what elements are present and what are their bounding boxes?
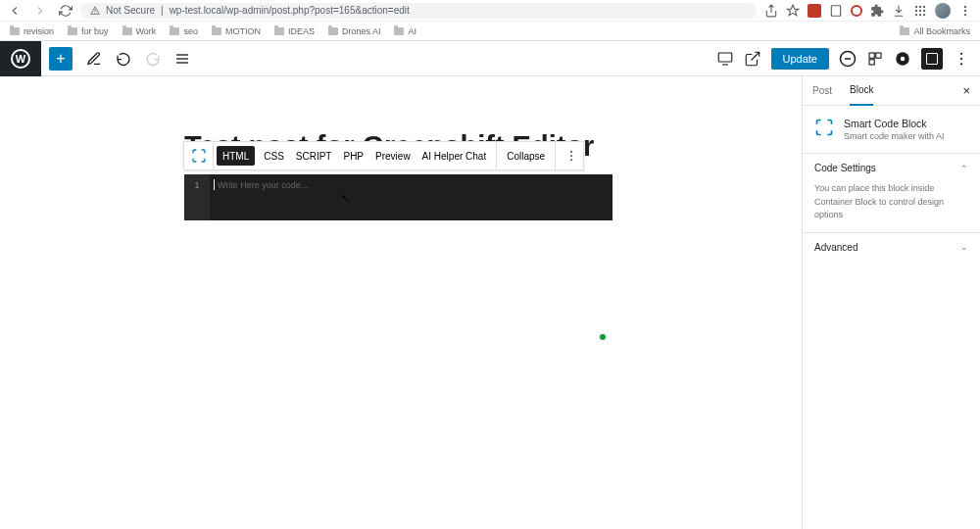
share-icon[interactable] xyxy=(764,4,778,18)
folder-icon xyxy=(170,27,179,35)
chevron-down-icon: ⌄ xyxy=(960,242,968,252)
bookmark-label: All Bookmarks xyxy=(913,26,970,36)
block-toolbar: HTML CSS SCRIPT PHP Preview AI Helper Ch… xyxy=(183,141,584,170)
folder-icon xyxy=(274,27,284,35)
tab-preview[interactable]: Preview xyxy=(369,141,416,170)
puzzle-icon[interactable] xyxy=(870,4,884,18)
url-text: wp-test.local/wp-admin/post.php?post=165… xyxy=(170,5,410,16)
editor-canvas[interactable]: Test post for Greenshift Editor HTML CSS… xyxy=(0,76,802,529)
svg-point-3 xyxy=(923,5,925,7)
svg-point-28 xyxy=(570,159,572,161)
back-icon[interactable] xyxy=(8,4,22,18)
block-type-icon[interactable] xyxy=(184,141,214,170)
add-block-button[interactable]: + xyxy=(49,47,73,71)
tab-html[interactable]: HTML xyxy=(217,146,255,166)
ext-page-icon[interactable] xyxy=(829,4,843,18)
svg-rect-16 xyxy=(718,53,732,62)
svg-rect-0 xyxy=(831,5,840,16)
bookmark-item[interactable]: seo xyxy=(170,26,198,36)
svg-point-25 xyxy=(960,63,962,65)
bookmark-item[interactable]: MOTION xyxy=(212,26,261,36)
toolbar-tools xyxy=(86,51,190,67)
section-toggle-code-settings[interactable]: Code Settings ⌃ xyxy=(803,154,980,182)
text-cursor xyxy=(214,179,215,190)
edit-icon[interactable] xyxy=(86,51,102,67)
apps-icon[interactable] xyxy=(913,4,927,18)
code-input[interactable]: Write Here your code... xyxy=(210,174,612,220)
redo-icon[interactable] xyxy=(145,51,161,67)
styles-icon[interactable] xyxy=(866,50,884,68)
folder-icon xyxy=(900,27,909,35)
bookmark-label: IDEAS xyxy=(288,26,315,36)
svg-point-2 xyxy=(919,5,921,7)
reload-icon[interactable] xyxy=(59,4,73,18)
tab-post[interactable]: Post xyxy=(812,76,832,106)
bookmark-item[interactable]: Work xyxy=(122,26,157,36)
svg-point-27 xyxy=(570,155,572,157)
list-view-icon[interactable] xyxy=(174,51,190,67)
toolbar-divider xyxy=(496,141,497,170)
tab-php[interactable]: PHP xyxy=(337,141,369,170)
url-bar[interactable]: Not Secure | wp-test.local/wp-admin/post… xyxy=(80,3,757,19)
svg-point-6 xyxy=(923,9,925,11)
ext-opera-icon[interactable] xyxy=(851,5,862,17)
code-placeholder: Write Here your code... xyxy=(218,180,308,190)
avatar[interactable] xyxy=(935,3,951,19)
section-body: You can place this block inside Containe… xyxy=(803,182,980,232)
warning-icon xyxy=(90,6,100,16)
tab-ai-helper[interactable]: AI Helper Chat xyxy=(416,141,493,170)
desktop-view-icon[interactable] xyxy=(716,50,734,68)
collapse-button[interactable]: Collapse xyxy=(501,141,551,170)
circle-icon[interactable] xyxy=(894,50,911,68)
toolbar-right: Update xyxy=(716,48,980,70)
download-icon[interactable] xyxy=(892,4,906,18)
sidebar-tabs: Post Block × xyxy=(803,76,980,106)
folder-icon xyxy=(10,27,20,35)
undo-icon[interactable] xyxy=(116,51,131,67)
code-editor[interactable]: 1 Write Here your code... xyxy=(184,174,612,220)
bookmark-item[interactable]: Drones AI xyxy=(328,26,381,36)
section-toggle-advanced[interactable]: Advanced ⌄ xyxy=(803,233,980,262)
svg-point-23 xyxy=(960,52,962,54)
line-number: 1 xyxy=(194,180,199,190)
bookmark-item[interactable]: for buy xyxy=(68,26,109,36)
tab-css[interactable]: CSS xyxy=(258,141,290,170)
bookmark-label: Drones AI xyxy=(342,26,381,36)
block-more-icon[interactable] xyxy=(560,147,583,165)
bookmark-label: for buy xyxy=(81,26,109,36)
section-advanced: Advanced ⌄ xyxy=(803,232,980,262)
menu-dots-icon[interactable] xyxy=(958,4,972,18)
wp-logo[interactable]: W xyxy=(0,41,41,76)
accent-indicator xyxy=(600,334,606,340)
external-link-icon[interactable] xyxy=(744,50,761,68)
bookmark-item[interactable]: revision xyxy=(10,26,54,36)
ext-red-icon[interactable] xyxy=(808,4,821,18)
svg-rect-18 xyxy=(869,53,874,58)
bookmark-label: AI xyxy=(408,26,416,36)
svg-rect-19 xyxy=(876,53,881,58)
wp-toolbar: W + Update xyxy=(0,41,980,76)
svg-point-11 xyxy=(964,9,966,11)
forward-icon[interactable] xyxy=(33,4,47,18)
folder-icon xyxy=(68,27,77,35)
folder-icon xyxy=(212,27,221,35)
greenshift-icon[interactable] xyxy=(839,50,857,68)
svg-point-8 xyxy=(919,13,921,15)
bookmark-label: Work xyxy=(136,26,157,36)
svg-point-12 xyxy=(964,13,966,15)
star-icon[interactable] xyxy=(786,4,800,18)
tab-block[interactable]: Block xyxy=(850,76,873,106)
tab-script[interactable]: SCRIPT xyxy=(290,141,338,170)
svg-point-24 xyxy=(960,57,962,59)
close-sidebar-icon[interactable]: × xyxy=(962,83,970,98)
all-bookmarks[interactable]: All Bookmarks xyxy=(900,26,970,36)
bookmark-item[interactable]: IDEAS xyxy=(274,26,315,36)
folder-icon xyxy=(122,27,132,35)
nav-buttons xyxy=(8,4,73,18)
bookmark-item[interactable]: AI xyxy=(394,26,416,36)
code-block-icon xyxy=(814,118,834,137)
more-options-icon[interactable] xyxy=(953,50,970,68)
settings-panel-toggle[interactable] xyxy=(921,48,943,70)
update-button[interactable]: Update xyxy=(771,48,829,70)
svg-point-10 xyxy=(964,5,966,7)
